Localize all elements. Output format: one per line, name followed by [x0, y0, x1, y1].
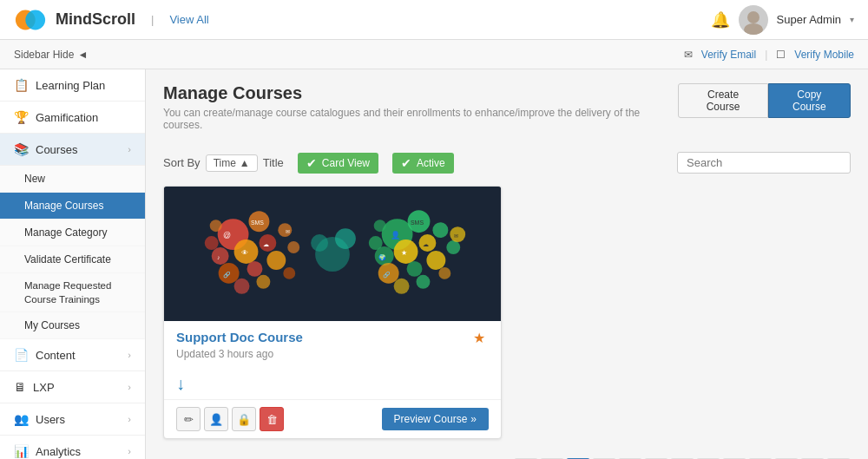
lxp-icon: 🖥	[14, 380, 26, 394]
analytics-icon: 📊	[14, 444, 29, 458]
svg-point-40	[417, 275, 431, 289]
svg-text:★: ★	[401, 249, 407, 257]
sidebar-sub-manage-requested[interactable]: Manage Requested Course Trainings	[0, 273, 145, 312]
course-updated: Updated 3 hours ago	[176, 348, 303, 360]
svg-point-16	[205, 236, 219, 250]
verification-area: ✉ Verify Email | ☐ Verify Mobile	[684, 49, 854, 61]
sidebar-item-learning-plan[interactable]: 📋 Learning Plan	[0, 69, 145, 102]
sidebar-sub-manage-category[interactable]: Manage Category	[0, 220, 145, 246]
sidebar-hide-icon: ◄	[77, 49, 88, 61]
svg-text:👤: 👤	[391, 230, 401, 240]
svg-point-18	[256, 275, 270, 289]
sidebar-sub-manage-courses[interactable]: Manage Courses	[0, 193, 145, 220]
svg-point-2	[747, 11, 760, 23]
main-layout: 📋 Learning Plan 🏆 Gamification 📚 Courses…	[0, 69, 868, 459]
delete-course-button[interactable]: 🗑	[260, 407, 284, 431]
svg-point-19	[283, 267, 295, 279]
logo-area: MindScroll | View All	[14, 3, 209, 36]
lxp-arrow-icon: ›	[128, 382, 131, 392]
sub-header: Sidebar Hide ◄ ✉ Verify Email | ☐ Verify…	[0, 40, 868, 69]
sidebar-sub-new[interactable]: New	[0, 166, 145, 193]
courses-submenu: New Manage Courses Manage Category Valid…	[0, 166, 145, 339]
course-image: @ SMS 👁 ♪ ☁ 🔗 ✉	[164, 187, 501, 321]
svg-point-20	[210, 220, 222, 232]
sidebar-label-courses: Courses	[36, 143, 77, 156]
courses-arrow-icon: ›	[128, 144, 131, 154]
svg-point-41	[438, 267, 450, 279]
delete-icon: 🗑	[266, 413, 278, 426]
analytics-arrow-icon: ›	[128, 446, 131, 456]
svg-point-9	[212, 247, 229, 265]
svg-text:SMS: SMS	[411, 220, 424, 226]
sidebar-sub-my-courses[interactable]: My Courses	[0, 312, 145, 339]
verify-email-icon: ✉	[684, 49, 693, 61]
svg-text:@: @	[223, 231, 231, 239]
gamification-icon: 🏆	[14, 110, 29, 124]
content-arrow-icon: ›	[128, 350, 131, 360]
sort-area: Sort By Time ▲ Title	[163, 154, 284, 172]
verify-email-link[interactable]: Verify Email	[701, 49, 756, 61]
copy-course-button[interactable]: Copy Course	[768, 83, 851, 118]
sidebar: 📋 Learning Plan 🏆 Gamification 📚 Courses…	[0, 69, 146, 459]
enroll-user-button[interactable]: 👤	[204, 407, 228, 431]
page-title: Manage Courses	[163, 83, 678, 103]
edit-icon: ✏	[184, 413, 194, 426]
sidebar-item-content[interactable]: 📄 Content ›	[0, 339, 145, 371]
svg-point-53	[311, 234, 328, 252]
toolbar: Sort By Time ▲ Title ✔ Card View ✔ Activ…	[163, 152, 851, 174]
course-title[interactable]: Support Doc Course	[176, 330, 303, 344]
verify-mobile-link[interactable]: Verify Mobile	[794, 49, 854, 61]
active-check-icon: ✔	[401, 156, 411, 170]
sidebar-item-gamification[interactable]: 🏆 Gamification	[0, 102, 145, 134]
sidebar-sub-validate-cert[interactable]: Validate Certificate	[0, 246, 145, 273]
course-footer: ✏ 👤 🔒 🗑 Preview Course »	[164, 399, 501, 438]
course-body: Support Doc Course Updated 3 hours ago ★	[164, 321, 501, 369]
card-view-toggle[interactable]: ✔ Card View	[298, 153, 378, 174]
svg-text:✉: ✉	[286, 229, 290, 234]
sidebar-hide-label: Sidebar Hide	[14, 49, 74, 61]
svg-point-17	[234, 279, 250, 294]
card-view-check-icon: ✔	[306, 156, 317, 170]
sidebar-item-users[interactable]: 👥 Users ›	[0, 403, 145, 436]
edit-course-button[interactable]: ✏	[176, 407, 201, 431]
sidebar-hide-btn[interactable]: Sidebar Hide ◄	[14, 49, 88, 61]
sidebar-label-users: Users	[36, 413, 65, 426]
user-icon: 👤	[209, 413, 223, 426]
svg-text:✉: ✉	[454, 233, 458, 239]
header-right: 🔔 Super Admin ▾	[711, 5, 854, 35]
content-icon: 📄	[14, 348, 29, 362]
sort-time-arrow-icon: ▲	[240, 157, 250, 169]
course-card: @ SMS 👁 ♪ ☁ 🔗 ✉	[163, 186, 502, 439]
admin-name: Super Admin	[777, 13, 841, 26]
sidebar-item-courses[interactable]: 📚 Courses ›	[0, 134, 145, 166]
courses-icon: 📚	[14, 142, 29, 156]
preview-course-button[interactable]: Preview Course »	[382, 408, 489, 430]
create-course-button[interactable]: Create Course	[678, 83, 767, 118]
course-star-icon[interactable]: ★	[473, 330, 489, 346]
sort-title-btn[interactable]: Title	[263, 156, 284, 169]
svg-text:☁: ☁	[423, 241, 429, 247]
svg-point-52	[335, 228, 356, 249]
page-subtitle: You can create/manage course catalogues …	[163, 107, 678, 131]
svg-text:🔗: 🔗	[383, 271, 391, 279]
sidebar-item-lxp[interactable]: 🖥 LXP ›	[0, 371, 145, 403]
logo-icon	[14, 3, 47, 36]
top-header: MindScroll | View All 🔔 Super Admin ▾	[0, 0, 868, 40]
search-input[interactable]	[677, 152, 851, 174]
svg-text:SMS: SMS	[251, 220, 264, 226]
active-toggle[interactable]: ✔ Active	[392, 153, 454, 174]
sidebar-item-analytics[interactable]: 📊 Analytics ›	[0, 436, 145, 459]
sort-time-btn[interactable]: Time ▲	[206, 154, 258, 172]
svg-point-1	[25, 10, 45, 30]
progress-arrow-icon: ↓	[176, 374, 185, 394]
sidebar-label-learning-plan: Learning Plan	[36, 79, 105, 92]
admin-dropdown-icon[interactable]: ▾	[850, 15, 854, 24]
sidebar-label-gamification: Gamification	[36, 111, 98, 124]
users-arrow-icon: ›	[128, 414, 131, 424]
sidebar-label-analytics: Analytics	[36, 445, 81, 458]
svg-text:👁: 👁	[241, 249, 248, 257]
lock-course-button[interactable]: 🔒	[232, 407, 256, 431]
view-all-link[interactable]: View All	[169, 13, 208, 26]
svg-point-13	[247, 261, 263, 277]
notification-bell-icon[interactable]: 🔔	[711, 10, 730, 30]
